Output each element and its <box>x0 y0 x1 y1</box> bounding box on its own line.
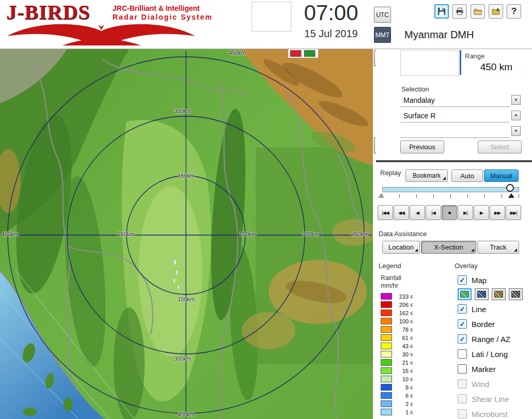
corner-arrow-icon <box>443 177 446 180</box>
legend-value: 21 <box>395 360 409 366</box>
range-ring-label: 450km <box>178 411 195 417</box>
step-back-button[interactable]: |◀ <box>426 205 441 220</box>
legend-color-swatch <box>381 326 392 333</box>
fast-forward-button[interactable]: ▶▶ <box>490 205 505 220</box>
help-button[interactable]: ? <box>507 4 521 19</box>
legend-row: 10≤ <box>381 376 413 382</box>
checkbox-line[interactable] <box>458 304 467 314</box>
legend-row: 6≤ <box>381 392 413 399</box>
section-divider <box>376 160 532 162</box>
checkbox-range-az[interactable] <box>458 334 467 344</box>
legend-suffix: ≤ <box>410 302 413 307</box>
legend-color-swatch <box>381 301 392 308</box>
previous-button[interactable]: Previous <box>400 141 444 153</box>
option-dropdown-value[interactable] <box>400 125 510 138</box>
play-reverse-button[interactable]: ◀ <box>410 205 425 220</box>
map-style-navy-button[interactable] <box>475 288 489 300</box>
auto-button[interactable]: Auto <box>451 169 483 182</box>
overlay-row-wind: Wind <box>458 378 532 390</box>
bookmark-button[interactable]: Bookmark <box>405 169 448 182</box>
legend-suffix: ≤ <box>410 335 413 340</box>
overlay-item-label: Lati / Long <box>472 350 508 359</box>
range-ring-label: 450km <box>352 231 369 237</box>
utc-button[interactable]: UTC <box>374 7 391 23</box>
overlay-item-label: Range / AZ <box>472 335 510 344</box>
chevron-down-icon[interactable]: ▼ <box>511 126 521 136</box>
map-style-green-button[interactable] <box>458 288 472 300</box>
mmt-button[interactable]: MMT <box>374 27 391 43</box>
chevron-down-icon[interactable]: ▼ <box>511 95 521 105</box>
fast-rewind-button[interactable]: ◀◀ <box>394 205 409 220</box>
add-folder-button[interactable] <box>489 4 503 19</box>
corner-arrow-icon <box>514 249 517 252</box>
checkbox-map[interactable] <box>458 275 467 285</box>
legend-value: 78 <box>395 327 409 333</box>
save-button[interactable] <box>434 4 449 19</box>
range-ring-label: 150km <box>178 173 195 179</box>
overlay-row-lati-long: Lati / Long <box>458 348 532 360</box>
legend-color-swatch <box>381 351 392 358</box>
overlay-item-label: Marker <box>472 365 496 374</box>
range-label: Range <box>465 52 484 60</box>
legend-row: 30≤ <box>381 351 413 358</box>
checkbox-lati-long[interactable] <box>458 349 467 359</box>
legend-color-swatch <box>381 409 392 415</box>
location-button[interactable]: Location <box>382 241 420 254</box>
checkbox-marker[interactable] <box>458 364 467 374</box>
legend-value: 233 <box>395 293 409 300</box>
legend-rainfall-label: Rainfall <box>381 274 401 282</box>
overlay-item-label: Microburst <box>472 410 508 418</box>
legend-row: 233≤ <box>381 293 413 300</box>
legend-color-swatch <box>381 392 392 399</box>
legend-label: Legend <box>379 262 401 270</box>
step-forward-button[interactable]: ▶| <box>458 205 473 220</box>
stop-button[interactable]: ■ <box>442 205 457 220</box>
skip-to-end-button[interactable]: ▶▶| <box>506 205 521 220</box>
help-icon: ? <box>511 6 517 17</box>
manual-button[interactable]: Manual <box>484 169 519 182</box>
legend-suffix: ≤ <box>410 368 413 374</box>
checkbox-border[interactable] <box>458 319 467 329</box>
legend-value: 162 <box>395 310 409 316</box>
legend-row: 43≤ <box>381 343 413 349</box>
range-ring-label: 150km <box>178 296 195 302</box>
map-style-swatch <box>460 291 469 298</box>
play-button[interactable]: ▶ <box>474 205 489 220</box>
replay-slider-handle[interactable] <box>506 184 514 192</box>
checkbox-microburst <box>458 409 467 418</box>
station-dropdown[interactable]: Mandalay ▼ <box>400 94 521 107</box>
option-dropdown[interactable]: ▼ <box>400 125 521 138</box>
range-preview-box <box>400 50 459 76</box>
overlay-options: MapLineBorderRange / AZLati / LongMarker… <box>458 274 532 419</box>
corner-arrow-icon <box>415 249 418 252</box>
range-ring-label: 300km <box>174 108 191 114</box>
legend-suffix: ≤ <box>410 318 413 324</box>
track-button[interactable]: Track <box>477 241 519 254</box>
open-folder-button[interactable] <box>471 4 485 19</box>
legend-unit-label: mm/hr <box>381 282 398 289</box>
map-style-olive-button[interactable] <box>492 288 506 300</box>
replay-slider-track[interactable] <box>382 187 519 192</box>
range-ring-label: 450km <box>2 231 19 237</box>
overlay-row-marker: Marker <box>458 363 532 375</box>
range-value: 450 km <box>460 61 512 73</box>
overlay-item-label: Line <box>472 305 486 314</box>
print-button[interactable] <box>452 4 467 19</box>
map-style-dark-gray-button[interactable] <box>509 288 523 300</box>
skip-to-start-button[interactable]: |◀◀ <box>378 205 393 220</box>
eagle-logo-icon <box>3 21 199 45</box>
station-dropdown-value[interactable]: Mandalay <box>400 94 510 107</box>
legend-suffix: ≤ <box>410 393 413 398</box>
chevron-down-icon[interactable]: ▼ <box>511 111 521 120</box>
overlay-row-border: Border <box>458 318 532 330</box>
product-dropdown-value[interactable]: Surface R <box>400 109 510 122</box>
legend-color-swatch <box>381 400 392 407</box>
select-button[interactable]: Select <box>478 141 522 153</box>
legend-suffix: ≤ <box>410 360 413 365</box>
checkbox-wind <box>458 379 467 389</box>
product-dropdown[interactable]: Surface R ▼ <box>400 109 521 122</box>
legend-color-swatch <box>381 309 392 316</box>
red-marker <box>290 51 301 57</box>
radar-map[interactable]: 450km300km150km450km150km150km300km450km… <box>0 49 373 419</box>
x-section-button[interactable]: X-Section <box>421 241 476 254</box>
